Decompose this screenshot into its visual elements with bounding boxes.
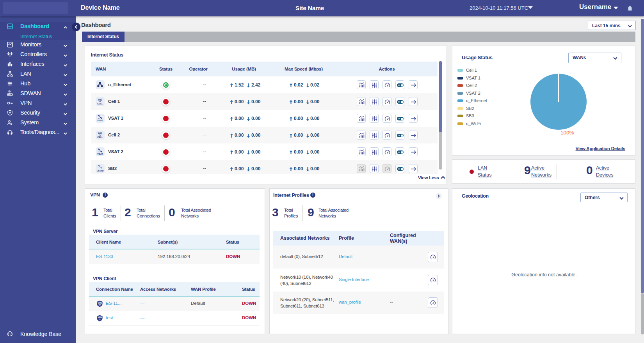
svg-text:VPN: VPN [98,316,102,318]
svg-text:VPN: VPN [98,302,102,304]
